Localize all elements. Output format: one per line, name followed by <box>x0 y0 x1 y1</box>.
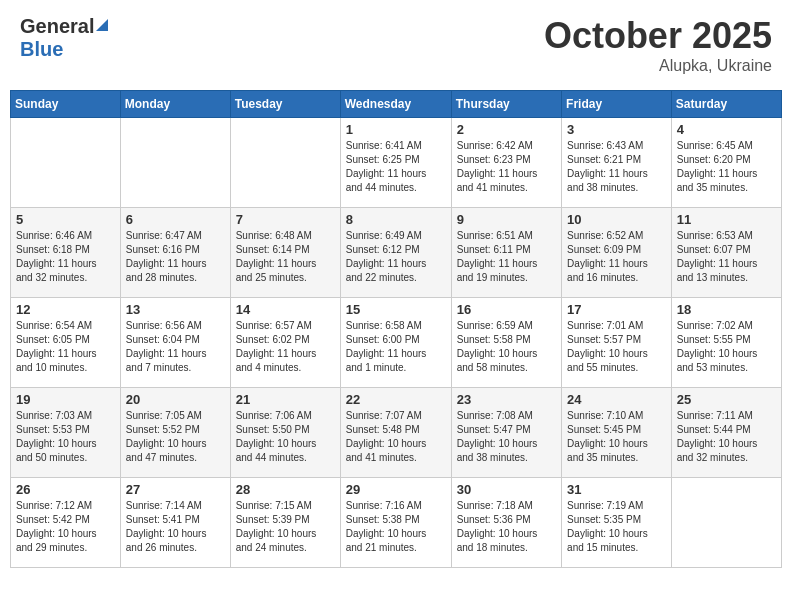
day-number: 15 <box>346 302 446 317</box>
day-number: 4 <box>677 122 776 137</box>
day-number: 14 <box>236 302 335 317</box>
day-info-line: Sunset: 5:50 PM <box>236 424 310 435</box>
day-info-line: Daylight: 10 hours <box>236 528 317 539</box>
calendar-cell: 14Sunrise: 6:57 AMSunset: 6:02 PMDayligh… <box>230 298 340 388</box>
day-info-line: and 47 minutes. <box>126 452 197 463</box>
day-number: 26 <box>16 482 115 497</box>
day-info-line: Daylight: 10 hours <box>126 528 207 539</box>
day-info-line: and 50 minutes. <box>16 452 87 463</box>
day-info-line: Sunset: 5:39 PM <box>236 514 310 525</box>
day-info: Sunrise: 7:02 AMSunset: 5:55 PMDaylight:… <box>677 319 776 375</box>
day-info-line: Sunrise: 6:57 AM <box>236 320 312 331</box>
calendar-cell: 17Sunrise: 7:01 AMSunset: 5:57 PMDayligh… <box>562 298 672 388</box>
calendar-cell: 26Sunrise: 7:12 AMSunset: 5:42 PMDayligh… <box>11 478 121 568</box>
day-info-line: Sunrise: 6:58 AM <box>346 320 422 331</box>
day-number: 3 <box>567 122 666 137</box>
day-info-line: and 19 minutes. <box>457 272 528 283</box>
day-number: 9 <box>457 212 556 227</box>
calendar-table: SundayMondayTuesdayWednesdayThursdayFrid… <box>10 90 782 568</box>
day-of-week-header: Wednesday <box>340 91 451 118</box>
day-of-week-header: Thursday <box>451 91 561 118</box>
day-info: Sunrise: 7:16 AMSunset: 5:38 PMDaylight:… <box>346 499 446 555</box>
day-info-line: Daylight: 11 hours <box>346 348 427 359</box>
calendar-week-row: 5Sunrise: 6:46 AMSunset: 6:18 PMDaylight… <box>11 208 782 298</box>
day-info-line: Daylight: 11 hours <box>346 168 427 179</box>
day-info-line: Sunset: 6:18 PM <box>16 244 90 255</box>
day-number: 21 <box>236 392 335 407</box>
day-info-line: Sunset: 5:53 PM <box>16 424 90 435</box>
day-info-line: and 1 minute. <box>346 362 407 373</box>
day-info-line: Sunset: 6:00 PM <box>346 334 420 345</box>
day-info-line: Sunrise: 7:02 AM <box>677 320 753 331</box>
day-info-line: Daylight: 10 hours <box>677 438 758 449</box>
day-info-line: Daylight: 11 hours <box>457 258 538 269</box>
day-info-line: Daylight: 11 hours <box>126 348 207 359</box>
calendar-cell: 3Sunrise: 6:43 AMSunset: 6:21 PMDaylight… <box>562 118 672 208</box>
day-info-line: Sunrise: 7:03 AM <box>16 410 92 421</box>
calendar-cell: 10Sunrise: 6:52 AMSunset: 6:09 PMDayligh… <box>562 208 672 298</box>
day-info: Sunrise: 6:51 AMSunset: 6:11 PMDaylight:… <box>457 229 556 285</box>
day-info-line: and 44 minutes. <box>236 452 307 463</box>
day-number: 29 <box>346 482 446 497</box>
day-info: Sunrise: 6:53 AMSunset: 6:07 PMDaylight:… <box>677 229 776 285</box>
day-info-line: Sunrise: 7:18 AM <box>457 500 533 511</box>
day-info-line: Sunrise: 6:59 AM <box>457 320 533 331</box>
day-info-line: Sunrise: 7:08 AM <box>457 410 533 421</box>
day-info-line: and 28 minutes. <box>126 272 197 283</box>
day-number: 6 <box>126 212 225 227</box>
calendar-cell: 16Sunrise: 6:59 AMSunset: 5:58 PMDayligh… <box>451 298 561 388</box>
day-info: Sunrise: 7:12 AMSunset: 5:42 PMDaylight:… <box>16 499 115 555</box>
calendar-week-row: 1Sunrise: 6:41 AMSunset: 6:25 PMDaylight… <box>11 118 782 208</box>
day-info-line: and 35 minutes. <box>677 182 748 193</box>
day-info: Sunrise: 7:11 AMSunset: 5:44 PMDaylight:… <box>677 409 776 465</box>
calendar-cell: 18Sunrise: 7:02 AMSunset: 5:55 PMDayligh… <box>671 298 781 388</box>
day-info-line: and 29 minutes. <box>16 542 87 553</box>
day-info-line: and 53 minutes. <box>677 362 748 373</box>
day-info-line: Sunset: 6:16 PM <box>126 244 200 255</box>
day-info-line: Daylight: 11 hours <box>457 168 538 179</box>
day-info-line: Sunrise: 7:07 AM <box>346 410 422 421</box>
day-info-line: Sunset: 6:23 PM <box>457 154 531 165</box>
calendar-cell: 28Sunrise: 7:15 AMSunset: 5:39 PMDayligh… <box>230 478 340 568</box>
day-info-line: Daylight: 10 hours <box>236 438 317 449</box>
day-info-line: Sunset: 5:41 PM <box>126 514 200 525</box>
logo-blue-text: Blue <box>20 38 63 61</box>
day-info-line: Daylight: 11 hours <box>677 168 758 179</box>
calendar-cell: 30Sunrise: 7:18 AMSunset: 5:36 PMDayligh… <box>451 478 561 568</box>
day-info-line: Daylight: 11 hours <box>567 258 648 269</box>
day-number: 19 <box>16 392 115 407</box>
day-info-line: and 18 minutes. <box>457 542 528 553</box>
day-info-line: Sunrise: 6:49 AM <box>346 230 422 241</box>
calendar-cell: 1Sunrise: 6:41 AMSunset: 6:25 PMDaylight… <box>340 118 451 208</box>
day-info-line: Daylight: 10 hours <box>126 438 207 449</box>
day-info-line: and 41 minutes. <box>457 182 528 193</box>
day-info-line: Sunrise: 6:53 AM <box>677 230 753 241</box>
day-info-line: Daylight: 11 hours <box>126 258 207 269</box>
day-info: Sunrise: 7:01 AMSunset: 5:57 PMDaylight:… <box>567 319 666 375</box>
day-number: 12 <box>16 302 115 317</box>
month-title: October 2025 <box>544 15 772 57</box>
calendar-cell: 20Sunrise: 7:05 AMSunset: 5:52 PMDayligh… <box>120 388 230 478</box>
day-info: Sunrise: 6:52 AMSunset: 6:09 PMDaylight:… <box>567 229 666 285</box>
day-info: Sunrise: 6:45 AMSunset: 6:20 PMDaylight:… <box>677 139 776 195</box>
calendar-cell: 5Sunrise: 6:46 AMSunset: 6:18 PMDaylight… <box>11 208 121 298</box>
calendar-cell: 22Sunrise: 7:07 AMSunset: 5:48 PMDayligh… <box>340 388 451 478</box>
calendar-cell <box>230 118 340 208</box>
calendar-week-row: 12Sunrise: 6:54 AMSunset: 6:05 PMDayligh… <box>11 298 782 388</box>
day-number: 30 <box>457 482 556 497</box>
day-info: Sunrise: 7:18 AMSunset: 5:36 PMDaylight:… <box>457 499 556 555</box>
day-info-line: Sunrise: 7:11 AM <box>677 410 753 421</box>
day-info-line: and 35 minutes. <box>567 452 638 463</box>
day-info-line: Daylight: 11 hours <box>16 258 97 269</box>
day-number: 27 <box>126 482 225 497</box>
day-info-line: Sunset: 5:55 PM <box>677 334 751 345</box>
day-info-line: Daylight: 11 hours <box>236 258 317 269</box>
calendar-cell: 8Sunrise: 6:49 AMSunset: 6:12 PMDaylight… <box>340 208 451 298</box>
logo-triangle-icon <box>96 19 108 31</box>
day-info-line: Sunset: 5:45 PM <box>567 424 641 435</box>
day-number: 20 <box>126 392 225 407</box>
day-number: 18 <box>677 302 776 317</box>
day-info: Sunrise: 7:03 AMSunset: 5:53 PMDaylight:… <box>16 409 115 465</box>
day-info: Sunrise: 6:59 AMSunset: 5:58 PMDaylight:… <box>457 319 556 375</box>
day-info-line: and 4 minutes. <box>236 362 302 373</box>
